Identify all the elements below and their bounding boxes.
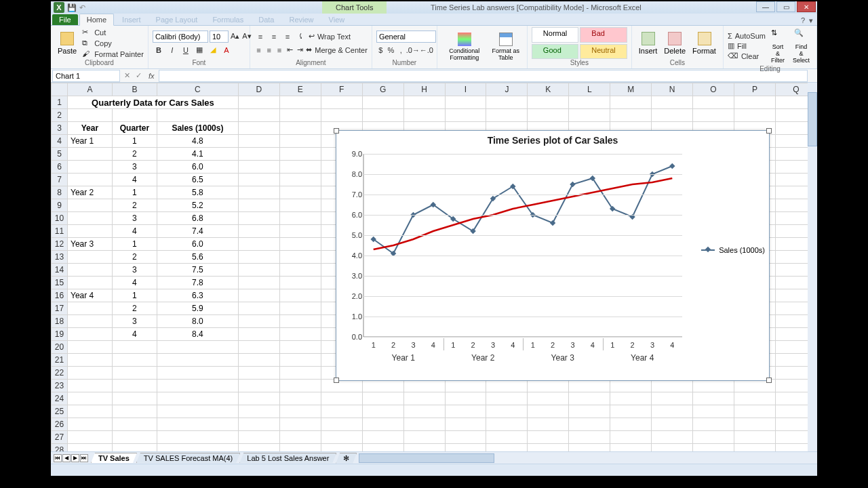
chart-title[interactable]: Time Series plot of Car Sales (336, 131, 769, 147)
increase-decimal-icon[interactable]: .0→ (407, 44, 419, 56)
cell[interactable] (403, 405, 445, 418)
cell[interactable] (362, 405, 403, 418)
cell[interactable] (112, 380, 157, 392)
cell[interactable] (279, 161, 321, 174)
cell[interactable]: Year 4 (67, 289, 112, 302)
cell[interactable] (112, 431, 157, 444)
cell[interactable] (67, 264, 112, 277)
cell[interactable] (157, 418, 238, 431)
cell[interactable] (67, 109, 112, 122)
cell[interactable] (693, 380, 734, 392)
cell[interactable] (67, 354, 112, 367)
column-header[interactable]: A (67, 83, 112, 96)
cell[interactable] (67, 302, 112, 315)
cell[interactable]: 1 (112, 289, 157, 302)
tab-formulas[interactable]: Formulas (205, 14, 250, 25)
cell[interactable]: 7.4 (157, 225, 238, 238)
font-color-button[interactable]: A (220, 44, 233, 56)
cell[interactable] (157, 392, 238, 405)
cell[interactable] (610, 96, 652, 109)
minimize-button[interactable]: — (756, 1, 775, 12)
row-header[interactable]: 2 (52, 109, 68, 122)
row-header[interactable]: 14 (52, 264, 68, 277)
cell[interactable] (238, 328, 279, 341)
row-header[interactable]: 23 (52, 380, 68, 392)
cell[interactable]: 4.1 (157, 148, 238, 161)
cell[interactable] (693, 418, 734, 431)
cell[interactable] (445, 431, 486, 444)
cell[interactable] (279, 444, 321, 452)
ribbon-minimize-icon[interactable]: ▾ (809, 16, 813, 25)
cell[interactable] (321, 96, 362, 109)
cell[interactable] (67, 431, 112, 444)
cell[interactable] (652, 405, 693, 418)
cell[interactable] (279, 380, 321, 392)
cell[interactable]: Year 1 (67, 135, 112, 148)
cell[interactable] (238, 225, 279, 238)
column-header[interactable]: M (610, 83, 652, 96)
cell[interactable] (445, 109, 486, 122)
column-header[interactable]: L (569, 83, 610, 96)
cell[interactable] (67, 251, 112, 264)
cell[interactable] (279, 328, 321, 341)
cell[interactable]: 1 (112, 186, 157, 199)
cell[interactable] (734, 392, 775, 405)
cell[interactable] (403, 431, 445, 444)
formula-input[interactable] (159, 70, 808, 82)
cell[interactable] (157, 444, 238, 452)
wrap-text-button[interactable]: ↩Wrap Text (309, 32, 351, 41)
align-right-icon[interactable]: ≡ (275, 44, 283, 56)
cell[interactable] (734, 109, 775, 122)
tab-insert[interactable]: Insert (115, 14, 148, 25)
cell[interactable] (238, 186, 279, 199)
cell[interactable] (157, 341, 238, 354)
cell[interactable] (67, 328, 112, 341)
cell[interactable]: 4 (112, 277, 157, 289)
cell[interactable] (67, 418, 112, 431)
cell[interactable]: Quarter (112, 122, 157, 135)
cell[interactable]: 7.8 (157, 277, 238, 289)
row-header[interactable]: 16 (52, 289, 68, 302)
cell[interactable] (569, 392, 610, 405)
cell[interactable] (238, 238, 279, 251)
plot-area[interactable] (363, 154, 682, 337)
percent-icon[interactable]: % (387, 44, 395, 56)
row-header[interactable]: 25 (52, 405, 68, 418)
row-header[interactable]: 11 (52, 225, 68, 238)
cell[interactable]: 2 (112, 148, 157, 161)
cell[interactable] (734, 444, 775, 452)
cell[interactable] (321, 109, 362, 122)
format-cells-button[interactable]: Format (690, 27, 719, 59)
cell[interactable] (652, 392, 693, 405)
row-header[interactable]: 28 (52, 444, 68, 452)
cell[interactable]: 2 (112, 251, 157, 264)
cell[interactable] (112, 109, 157, 122)
cell[interactable] (693, 96, 734, 109)
cell[interactable] (528, 444, 569, 452)
cell[interactable]: 2 (112, 199, 157, 212)
cell[interactable]: 3 (112, 161, 157, 174)
cell[interactable]: 3 (112, 212, 157, 225)
cell[interactable] (67, 199, 112, 212)
cell[interactable] (279, 225, 321, 238)
cell[interactable] (279, 405, 321, 418)
cell[interactable] (279, 431, 321, 444)
cell[interactable] (321, 418, 362, 431)
cell[interactable] (67, 148, 112, 161)
chart-object[interactable]: Time Series plot of Car Sales 0.01.02.03… (336, 130, 770, 381)
cell[interactable] (279, 238, 321, 251)
cell[interactable] (238, 96, 279, 109)
align-middle-icon[interactable]: ≡ (268, 30, 280, 43)
cell[interactable] (67, 444, 112, 452)
sheet-nav-next-icon[interactable]: ▶ (71, 454, 79, 462)
cell[interactable] (445, 380, 486, 392)
cell[interactable] (569, 109, 610, 122)
cell[interactable] (238, 367, 279, 380)
cell[interactable] (734, 418, 775, 431)
border-button[interactable]: ▦ (193, 44, 205, 56)
cell[interactable] (486, 380, 528, 392)
cell[interactable] (112, 341, 157, 354)
cell[interactable] (486, 96, 528, 109)
cell[interactable] (528, 96, 569, 109)
number-format-select[interactable] (376, 30, 436, 43)
